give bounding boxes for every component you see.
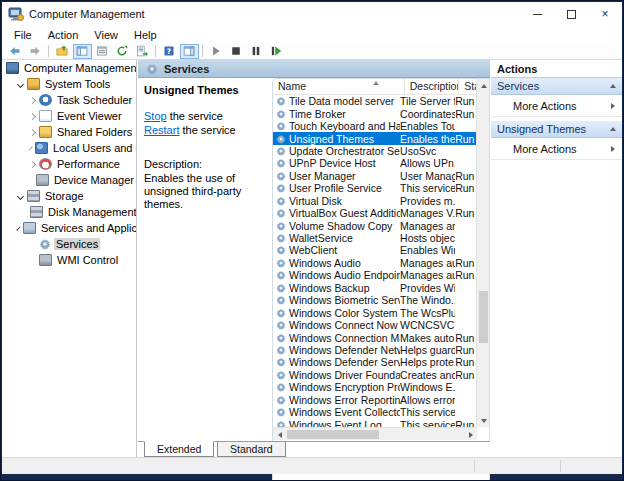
minimize-button[interactable] — [520, 2, 554, 26]
column-header-name[interactable]: Name — [273, 79, 405, 94]
service-row[interactable]: Windows Audio Endpoint B...Manages au...… — [273, 269, 477, 281]
service-row[interactable]: Volume Shadow CopyManages an... — [273, 219, 477, 231]
tree-item-performance[interactable]: Performance — [2, 156, 136, 172]
service-row[interactable]: Windows Biometric ServiceThe Windo... — [273, 294, 477, 306]
scroll-down-button[interactable] — [477, 414, 490, 427]
service-row[interactable]: VirtualBox Guest Additions ...Manages V.… — [273, 207, 477, 219]
service-status: Run — [455, 170, 477, 182]
toolbar-export-list-button[interactable] — [133, 44, 152, 59]
toolbar-restart-service-button[interactable] — [267, 44, 286, 59]
tree-item-label: Services and Applications — [39, 222, 137, 234]
close-button[interactable]: × — [588, 2, 622, 26]
service-row[interactable]: Windows Defender Networ...Helps guard...… — [273, 344, 477, 356]
services-list: Name Description Status Tile Data model … — [272, 78, 490, 481]
chevron-right-icon[interactable] — [28, 146, 32, 150]
tree-item-storage[interactable]: Storage — [2, 188, 136, 204]
service-row[interactable]: WalletServiceHosts objec... — [273, 232, 477, 244]
service-row[interactable]: Windows Connect Now - C...WCNCSVC ... — [273, 319, 477, 331]
chevron-down-icon[interactable] — [17, 192, 24, 199]
maximize-button[interactable] — [554, 2, 588, 26]
column-header-description[interactable]: Description — [405, 79, 460, 94]
toolbar-forward-button[interactable] — [26, 44, 45, 59]
toolbar-refresh-button[interactable] — [113, 44, 132, 59]
chevron-right-icon[interactable] — [29, 160, 36, 167]
vertical-scrollbar[interactable] — [476, 79, 489, 427]
tree-item-services-and-applications[interactable]: Services and Applications — [2, 220, 136, 236]
scroll-right-button[interactable] — [464, 428, 477, 441]
tree-item-disk-management[interactable]: Disk Management — [2, 204, 136, 220]
service-row[interactable]: Windows BackupProvides Wi... — [273, 282, 477, 294]
actions-section-header-services[interactable]: Services — [491, 78, 622, 95]
toolbar-pause-service-button[interactable] — [247, 44, 266, 59]
service-gear-icon — [276, 407, 286, 417]
service-row[interactable]: Windows Event CollectorThis service ... — [273, 406, 477, 418]
window-title: Computer Management — [29, 8, 145, 20]
more-actions-item[interactable]: More Actions — [491, 95, 622, 117]
toolbar-start-service-button[interactable] — [207, 44, 226, 59]
tree-item-local-users-and-groups[interactable]: Local Users and Groups — [2, 140, 136, 156]
service-row[interactable]: Windows Error Reporting Se...Allows erro… — [273, 394, 477, 406]
service-row[interactable]: Update Orchestrator ServiceUsoSvc — [273, 145, 477, 157]
service-row[interactable]: Time BrokerCoordinates...Run — [273, 107, 477, 119]
toolbar-stop-service-button[interactable] — [227, 44, 246, 59]
service-description: The WcsPlu... — [400, 307, 455, 319]
tree-item-services[interactable]: Services — [2, 236, 136, 252]
chevron-right-icon[interactable] — [29, 112, 36, 119]
service-row[interactable]: Windows Defender ServiceHelps prote...Ru… — [273, 356, 477, 368]
chevron-down-icon[interactable] — [16, 226, 20, 230]
menu-action[interactable]: Action — [40, 28, 87, 42]
service-row[interactable]: Tile Data model serverTile Server f...Ru… — [273, 95, 477, 107]
tab-standard[interactable]: Standard — [217, 442, 286, 457]
service-row[interactable]: Windows AudioManages au...Run — [273, 257, 477, 269]
selected-service-name: Unsigned Themes — [144, 84, 267, 96]
service-row[interactable]: Windows Encryption Provid...Windows E... — [273, 381, 477, 393]
collapse-section-icon[interactable] — [610, 127, 616, 131]
tree-item-system-tools[interactable]: System Tools — [2, 76, 136, 92]
tree-item-wmi-control[interactable]: WMI Control — [2, 252, 136, 268]
service-gear-icon — [276, 96, 286, 106]
menu-help[interactable]: Help — [126, 28, 165, 42]
toolbar-back-button[interactable] — [6, 44, 25, 59]
chevron-right-icon[interactable] — [29, 96, 36, 103]
service-row[interactable]: User ManagerUser Manag...Run — [273, 170, 477, 182]
service-row[interactable]: Unsigned ThemesEnables the ...Run — [273, 132, 477, 144]
actions-section-header-unsigned-themes[interactable]: Unsigned Themes — [491, 121, 622, 138]
more-actions-item[interactable]: More Actions — [491, 138, 622, 160]
tree-item-event-viewer[interactable]: Event Viewer — [2, 108, 136, 124]
service-row[interactable]: UPnP Device HostAllows UPn... — [273, 157, 477, 169]
service-row[interactable]: WebClientEnables Win... — [273, 244, 477, 256]
collapse-section-icon[interactable] — [610, 84, 616, 88]
service-row[interactable]: Windows Connection Mana...Makes auto...R… — [273, 331, 477, 343]
service-row[interactable]: Virtual DiskProvides m... — [273, 195, 477, 207]
computer-management-window: Computer Management × FileActionViewHelp… — [0, 0, 624, 481]
menu-view[interactable]: View — [86, 28, 126, 42]
toolbar-show-console-tree-button[interactable] — [73, 44, 92, 59]
service-description: Creates and... — [400, 369, 455, 381]
toolbar-help-button[interactable]: ? — [160, 44, 179, 59]
horizontal-scroll-thumb[interactable] — [287, 430, 379, 439]
service-row[interactable]: User Profile ServiceThis service ...Run — [273, 182, 477, 194]
toolbar-up-folder-button[interactable] — [53, 44, 72, 59]
scroll-up-button[interactable] — [477, 79, 490, 92]
tree-item-computer-management-local[interactable]: Computer Management (Local — [2, 60, 136, 76]
scroll-left-button[interactable] — [273, 428, 286, 441]
tree-item-device-manager[interactable]: Device Manager — [2, 172, 136, 188]
service-row[interactable]: Touch Keyboard and Hand...Enables Tou... — [273, 120, 477, 132]
tree-item-task-scheduler[interactable]: Task Scheduler — [2, 92, 136, 108]
horizontal-scrollbar[interactable] — [273, 427, 477, 440]
service-row[interactable]: Windows Color SystemThe WcsPlu... — [273, 306, 477, 318]
tab-extended[interactable]: Extended — [144, 441, 214, 457]
vertical-scroll-thumb[interactable] — [479, 291, 488, 343]
toolbar-properties-button[interactable] — [93, 44, 112, 59]
menu-file[interactable]: File — [6, 28, 40, 42]
restart-service-link[interactable]: Restart — [144, 124, 179, 136]
service-description: UsoSvc — [400, 145, 455, 157]
tree-item-shared-folders[interactable]: Shared Folders — [2, 124, 136, 140]
chevron-down-icon[interactable] — [17, 80, 24, 87]
tree-item-label: Device Manager — [52, 174, 136, 186]
service-row[interactable]: Windows Driver Foundation...Creates and.… — [273, 369, 477, 381]
chevron-right-icon[interactable] — [29, 128, 36, 135]
service-row[interactable]: Windows Event LogThis serviceRun — [273, 418, 477, 427]
stop-service-link[interactable]: Stop — [144, 110, 167, 122]
toolbar-show-action-pane-button[interactable] — [180, 44, 199, 59]
